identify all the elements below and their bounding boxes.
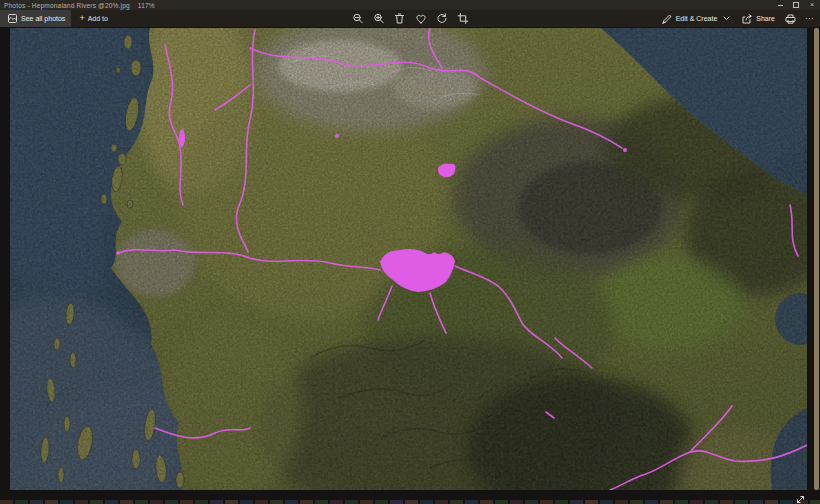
filmstrip-thumb[interactable] xyxy=(300,500,313,504)
filmstrip-thumb[interactable] xyxy=(405,500,418,504)
filmstrip-thumb[interactable] xyxy=(525,500,538,504)
toolbar: See all photos + Add to xyxy=(0,10,820,27)
filmstrip-thumb[interactable] xyxy=(495,500,508,504)
filmstrip-thumb[interactable] xyxy=(360,500,373,504)
edit-create-icon xyxy=(661,13,673,25)
filmstrip-thumb[interactable] xyxy=(585,500,598,504)
window-title-text: Photos - Hepmonaland Rivers @20%.jpg xyxy=(4,2,130,9)
filmstrip-thumb[interactable] xyxy=(270,500,283,504)
minimize-icon xyxy=(778,5,783,6)
photo-canvas[interactable] xyxy=(10,28,807,490)
filmstrip-thumb[interactable] xyxy=(735,500,748,504)
filmstrip-thumb[interactable] xyxy=(810,500,820,504)
filmstrip-thumb[interactable] xyxy=(600,500,613,504)
window-controls: × xyxy=(772,0,820,10)
filmstrip-thumb[interactable] xyxy=(225,500,238,504)
filmstrip-thumb[interactable] xyxy=(255,500,268,504)
filmstrip-thumb[interactable] xyxy=(135,500,148,504)
filmstrip-thumb[interactable] xyxy=(750,500,763,504)
filmstrip-thumb[interactable] xyxy=(645,500,658,504)
filmstrip-thumb[interactable] xyxy=(435,500,448,504)
filmstrip-thumbnails[interactable] xyxy=(0,500,820,504)
vertical-scrollbar[interactable] xyxy=(814,28,819,490)
see-more-button[interactable]: ⋯ xyxy=(805,14,814,23)
map-image xyxy=(10,28,807,490)
filmstrip-thumb[interactable] xyxy=(345,500,358,504)
filmstrip-thumb[interactable] xyxy=(615,500,628,504)
filmstrip-thumb[interactable] xyxy=(765,500,778,504)
filmstrip-thumb[interactable] xyxy=(420,500,433,504)
see-all-photos-label: See all photos xyxy=(21,15,65,22)
expand-icon xyxy=(795,494,806,504)
delete-button[interactable] xyxy=(394,13,406,25)
share-label: Share xyxy=(756,15,775,22)
filmstrip-thumb[interactable] xyxy=(690,500,703,504)
filmstrip-thumb[interactable] xyxy=(15,500,28,504)
filmstrip-thumb[interactable] xyxy=(90,500,103,504)
share-button[interactable]: Share xyxy=(741,13,775,25)
filmstrip-thumb[interactable] xyxy=(555,500,568,504)
edit-create-button[interactable]: Edit & Create xyxy=(661,13,733,25)
filmstrip-thumb[interactable] xyxy=(780,500,793,504)
filmstrip-thumb[interactable] xyxy=(105,500,118,504)
zoom-out-button[interactable] xyxy=(352,13,364,25)
filmstrip-thumb[interactable] xyxy=(465,500,478,504)
viewer-stage xyxy=(0,27,820,504)
rotate-button[interactable] xyxy=(436,13,448,25)
share-icon xyxy=(741,13,753,25)
filmstrip-thumb[interactable] xyxy=(540,500,553,504)
chevron-down-icon xyxy=(720,13,732,25)
restore-icon xyxy=(793,2,799,8)
edit-create-label: Edit & Create xyxy=(676,15,718,22)
filmstrip-thumb[interactable] xyxy=(330,500,343,504)
toolbar-left: See all photos + Add to xyxy=(0,10,116,27)
filmstrip-thumb[interactable] xyxy=(705,500,718,504)
filmstrip-thumb[interactable] xyxy=(180,500,193,504)
filmstrip-thumb[interactable] xyxy=(195,500,208,504)
filmstrip-thumb[interactable] xyxy=(660,500,673,504)
printer-button[interactable] xyxy=(784,13,796,25)
filmstrip-thumb[interactable] xyxy=(675,500,688,504)
filmstrip-thumb[interactable] xyxy=(630,500,643,504)
filmstrip-thumb[interactable] xyxy=(45,500,58,504)
add-to-button[interactable]: + Add to xyxy=(71,14,116,23)
window-title: Photos - Hepmonaland Rivers @20%.jpg 117… xyxy=(0,2,155,9)
favorite-button[interactable] xyxy=(415,13,427,25)
filmstrip-thumb[interactable] xyxy=(240,500,253,504)
filmstrip-thumb[interactable] xyxy=(570,500,583,504)
filmstrip-thumb[interactable] xyxy=(0,500,13,504)
filmstrip-thumb[interactable] xyxy=(30,500,43,504)
filmstrip-thumb[interactable] xyxy=(375,500,388,504)
filmstrip-thumb[interactable] xyxy=(510,500,523,504)
filmstrip-thumb[interactable] xyxy=(720,500,733,504)
minimize-button[interactable] xyxy=(772,0,788,10)
toolbar-center xyxy=(352,10,469,27)
see-all-photos-button[interactable]: See all photos xyxy=(0,10,71,27)
photo-grid-icon xyxy=(6,13,18,25)
filmstrip-thumb[interactable] xyxy=(75,500,88,504)
filmstrip-thumb[interactable] xyxy=(165,500,178,504)
filmstrip-thumb[interactable] xyxy=(450,500,463,504)
crop-button[interactable] xyxy=(457,13,469,25)
filmstrip-thumb[interactable] xyxy=(315,500,328,504)
restore-button[interactable] xyxy=(788,0,804,10)
toolbar-right: Edit & Create Share ⋯ xyxy=(661,10,814,27)
filmstrip-thumb[interactable] xyxy=(60,500,73,504)
close-icon: × xyxy=(810,0,814,10)
close-button[interactable]: × xyxy=(804,0,820,10)
zoom-in-button[interactable] xyxy=(373,13,385,25)
filmstrip-thumb[interactable] xyxy=(480,500,493,504)
window-zoom-indicator: 117% xyxy=(138,2,155,9)
fullscreen-button[interactable] xyxy=(795,491,806,502)
filmstrip-thumb[interactable] xyxy=(150,500,163,504)
filmstrip-thumb[interactable] xyxy=(285,500,298,504)
add-to-label: Add to xyxy=(88,15,108,22)
plus-icon: + xyxy=(79,14,84,23)
filmstrip-thumb[interactable] xyxy=(390,500,403,504)
title-bar[interactable]: Photos - Hepmonaland Rivers @20%.jpg 117… xyxy=(0,0,820,10)
filmstrip-thumb[interactable] xyxy=(210,500,223,504)
filmstrip-thumb[interactable] xyxy=(120,500,133,504)
